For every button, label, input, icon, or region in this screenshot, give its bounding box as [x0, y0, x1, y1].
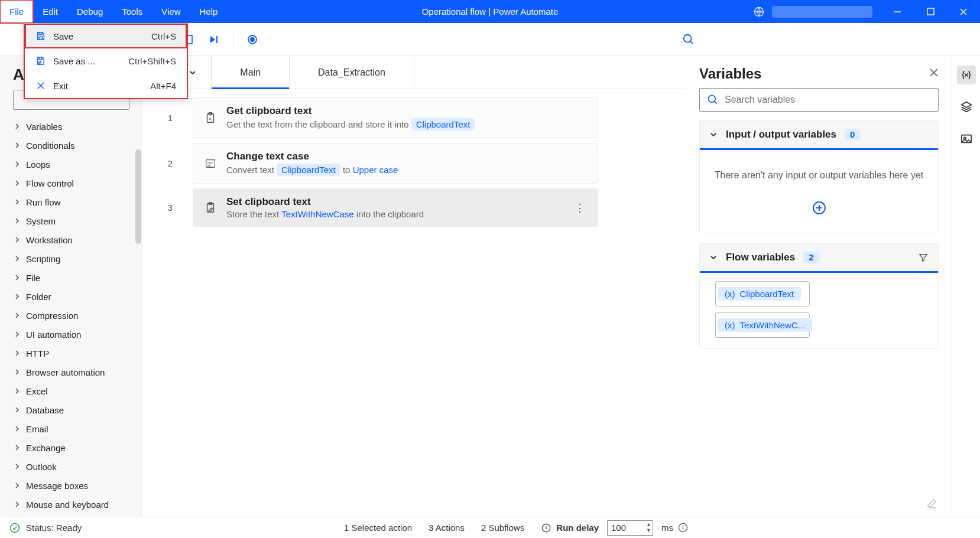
action-category[interactable]: HTTP — [0, 344, 141, 363]
action-category[interactable]: Scripting — [0, 249, 141, 268]
eraser-icon[interactable] — [926, 498, 937, 510]
chevron-right-icon — [14, 464, 20, 469]
variables-search-field[interactable] — [725, 94, 931, 105]
tab-main[interactable]: Main — [212, 56, 290, 89]
rail-images-button[interactable] — [957, 129, 976, 148]
chevron-right-icon — [14, 199, 20, 205]
menu-help[interactable]: Help — [190, 0, 228, 23]
menu-view[interactable]: View — [152, 0, 190, 23]
file-menu-save-label: Save — [53, 31, 73, 41]
action-category[interactable]: System — [0, 211, 141, 230]
action-category-label: Scripting — [26, 254, 60, 264]
chevron-right-icon — [14, 426, 20, 432]
menu-debug[interactable]: Debug — [67, 0, 112, 23]
action-category-label: UI automation — [26, 330, 81, 340]
flow-step: 3 Set clipboard text Store the text Text… — [160, 188, 668, 227]
action-category[interactable]: Outlook — [0, 457, 141, 476]
svg-line-24 — [715, 102, 717, 104]
value-link: Upper case — [353, 165, 398, 175]
action-category-label: Mouse and keyboard — [26, 500, 109, 510]
variables-panel-close-button[interactable] — [929, 68, 939, 80]
flow-variable-name: ClipboardText — [740, 289, 794, 299]
action-category[interactable]: Loops — [0, 155, 141, 174]
action-category-list[interactable]: VariablesConditionalsLoopsFlow controlRu… — [0, 117, 141, 517]
variables-search-input[interactable] — [699, 88, 939, 112]
file-menu-save-as[interactable]: Save as ... Ctrl+Shift+S — [25, 48, 187, 73]
action-category[interactable]: Email — [0, 419, 141, 438]
filter-icon[interactable] — [918, 252, 929, 263]
menu-edit[interactable]: Edit — [33, 0, 67, 23]
actions-scrollbar[interactable] — [135, 149, 141, 244]
window-minimize-button[interactable] — [881, 0, 914, 23]
add-io-variable-button[interactable] — [812, 201, 826, 217]
flow-search-button[interactable] — [678, 29, 699, 50]
variable-icon: (x) — [725, 289, 735, 299]
action-category-label: Compression — [26, 311, 78, 321]
menu-file[interactable]: File — [0, 0, 33, 23]
svg-text:A: A — [209, 116, 212, 120]
file-menu-exit[interactable]: Exit Alt+F4 — [25, 73, 187, 98]
flow-variables-header[interactable]: Flow variables 2 — [700, 243, 938, 273]
step-number: 3 — [160, 188, 181, 227]
io-variables-title: Input / output variables — [726, 129, 836, 141]
variable-pill: ClipboardText — [411, 118, 475, 131]
toolbar-record-button[interactable] — [242, 29, 263, 50]
flow-card-set-clipboard[interactable]: Set clipboard text Store the text TextWi… — [193, 188, 598, 227]
action-category[interactable]: Variables — [0, 117, 141, 136]
action-category-label: Email — [26, 424, 48, 434]
info-icon[interactable] — [678, 523, 688, 533]
action-category[interactable]: Folder — [0, 287, 141, 306]
rail-ui-elements-button[interactable] — [957, 97, 976, 116]
action-category[interactable]: Exchange — [0, 438, 141, 457]
menu-tools[interactable]: Tools — [112, 0, 152, 23]
action-category[interactable]: File — [0, 268, 141, 287]
svg-text:def: def — [207, 164, 212, 167]
rail-variables-button[interactable] — [957, 66, 976, 84]
chevron-down-icon — [189, 69, 197, 77]
action-category[interactable]: UI automation — [0, 325, 141, 344]
window-close-button[interactable] — [947, 0, 980, 23]
tab-data-extraction[interactable]: Data_Extraction — [290, 56, 414, 89]
run-delay-value: 100 — [611, 523, 626, 533]
action-category[interactable]: Conditionals — [0, 136, 141, 155]
spinner-buttons[interactable]: ▲▼ — [646, 521, 651, 533]
action-category-label: File — [26, 273, 40, 283]
action-category[interactable]: Flow control — [0, 174, 141, 193]
action-category-label: Flow control — [26, 178, 74, 188]
svg-point-10 — [251, 38, 254, 41]
clipboard-icon: A — [204, 112, 217, 125]
action-category[interactable]: Database — [0, 400, 141, 419]
toolbar-step-button[interactable] — [203, 29, 225, 50]
svg-point-33 — [11, 523, 20, 532]
flow-variables-count: 2 — [803, 252, 819, 263]
action-category[interactable]: Workstation — [0, 230, 141, 249]
environment-label[interactable] — [772, 6, 872, 18]
step-number: 1 — [160, 97, 181, 138]
file-menu-save[interactable]: Save Ctrl+S — [25, 24, 187, 48]
variables-panel-title: Variables — [699, 66, 761, 82]
flow-body: 1 A Get clipboard text Get the text from… — [142, 89, 686, 517]
action-category[interactable]: Run flow — [0, 193, 141, 211]
action-category-label: Browser automation — [26, 367, 105, 377]
action-category[interactable]: Browser automation — [0, 363, 141, 382]
file-menu-exit-shortcut: Alt+F4 — [150, 81, 176, 91]
flow-card-get-clipboard[interactable]: A Get clipboard text Get the text from t… — [193, 97, 598, 138]
action-category[interactable]: Message boxes — [0, 476, 141, 495]
flow-step: 1 A Get clipboard text Get the text from… — [160, 97, 668, 138]
action-category[interactable]: Mouse and keyboard — [0, 495, 141, 514]
io-variables-header[interactable]: Input / output variables 0 — [700, 120, 938, 150]
chevron-right-icon — [14, 256, 20, 262]
svg-point-23 — [709, 96, 716, 103]
action-category-label: Loops — [26, 159, 50, 169]
flow-variable-item[interactable]: (x)ClipboardText — [715, 281, 810, 307]
card-more-button[interactable]: ⋮ — [573, 201, 587, 214]
flow-variable-item[interactable]: (x)TextWithNewC... — [715, 312, 810, 338]
chevron-right-icon — [14, 350, 20, 356]
chevron-right-icon — [14, 331, 20, 337]
window-maximize-button[interactable] — [914, 0, 947, 23]
chevron-down-icon — [709, 131, 718, 139]
run-delay-input[interactable]: 100 ▲▼ — [607, 520, 653, 536]
action-category[interactable]: Excel — [0, 382, 141, 400]
action-category[interactable]: Compression — [0, 306, 141, 325]
flow-card-change-case[interactable]: Abcdef Change text case Convert text Cli… — [193, 143, 598, 184]
